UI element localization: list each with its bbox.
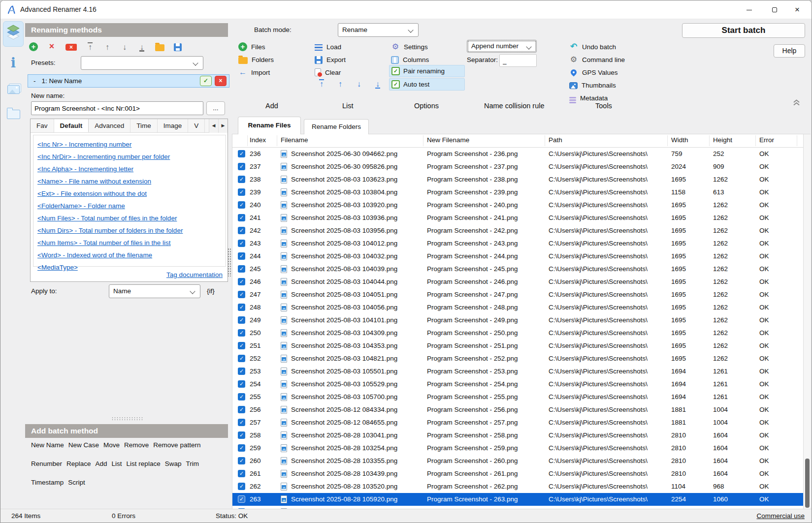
tag-tab[interactable]: Time [130,119,158,132]
tag-link[interactable]: <Ext> - File extension without the dot [37,187,226,200]
sidebar-info-button[interactable]: i [4,56,22,72]
table-row[interactable]: 240 Screenshot 2025-08-03 103920.png Pro… [232,199,803,212]
batch-method-link[interactable]: Script [68,479,85,486]
start-batch-button[interactable]: Start batch [682,23,805,38]
help-button[interactable]: Help [774,44,805,58]
license-link[interactable]: Commercial use [756,509,805,523]
tag-link[interactable]: <FolderName> - Folder name [37,200,226,212]
batch-method-link[interactable]: List replace [127,460,161,467]
auto-test-toggle[interactable]: Auto test [389,78,465,91]
batch-method-link[interactable]: Remove [124,441,149,449]
move-method-up-button[interactable] [103,42,111,52]
table-row[interactable]: 261 Screenshot 2025-08-28 103439.png Pro… [232,467,803,480]
table-row[interactable]: 262 Screenshot 2025-08-28 103520.png Pro… [232,480,803,493]
sidebar-folders-button[interactable] [4,106,22,123]
table-row[interactable]: 249 Screenshot 2025-08-03 104101.png Pro… [232,314,803,327]
column-header-new-filename[interactable]: New Filename [427,136,469,144]
row-checkbox[interactable] [238,470,245,477]
tag-link[interactable]: <Num Files> - Total number of files in t… [37,212,226,224]
close-button[interactable]: × [786,0,809,19]
batch-method-link[interactable]: Move [103,441,120,449]
table-row[interactable]: 242 Screenshot 2025-08-03 103956.png Pro… [232,224,803,237]
row-checkbox[interactable] [238,342,245,349]
tag-link[interactable]: <Inc Alpha> - Incrementing letter [37,163,226,175]
move-file-down-button[interactable] [355,79,363,89]
table-row[interactable]: 236 Screenshot 2025-06-30 094662.png Pro… [232,148,803,160]
load-button[interactable]: Load [315,40,346,53]
row-checkbox[interactable] [238,214,245,221]
move-method-bottom-button[interactable] [138,42,146,52]
table-row[interactable]: 245 Screenshot 2025-08-03 104039.png Pro… [232,263,803,276]
apply-to-select[interactable]: Name [109,284,200,298]
pair-renaming-toggle[interactable]: Pair renaming [389,65,465,77]
row-checkbox[interactable] [238,316,245,324]
table-row[interactable]: 244 Screenshot 2025-08-03 104032.png Pro… [232,250,803,263]
row-checkbox[interactable] [238,304,245,311]
table-row[interactable]: 239 Screenshot 2025-08-03 103804.png Pro… [232,186,803,199]
table-row[interactable]: 251 Screenshot 2025-08-03 104353.png Pro… [232,339,803,352]
column-header-height[interactable]: Height [713,136,732,144]
move-method-down-button[interactable] [121,42,129,52]
tag-tab[interactable]: V [188,119,205,132]
columns-button[interactable]: Columns [391,53,429,66]
column-header-path[interactable]: Path [549,136,562,144]
tag-link[interactable]: <Inc Nr> - Incrementing number [37,138,226,151]
if-condition-button[interactable]: {if} [207,287,215,295]
batch-method-link[interactable]: Renumber [31,460,62,467]
table-row[interactable]: 257 Screenshot 2025-08-12 084655.png Pro… [232,416,803,429]
tab-rename-folders[interactable]: Rename Folders [304,119,369,134]
row-checkbox[interactable] [238,431,245,439]
table-row[interactable]: 243 Screenshot 2025-08-03 104012.png Pro… [232,237,803,250]
table-row[interactable]: 238 Screenshot 2025-08-03 103623.png Pro… [232,173,803,186]
table-row[interactable]: 241 Screenshot 2025-08-03 103936.png Pro… [232,212,803,224]
thumbnails-button[interactable]: Thumbnails [569,79,625,92]
batch-method-link[interactable]: Replace [66,460,91,467]
row-checkbox[interactable] [238,444,245,452]
table-row[interactable]: 246 Screenshot 2025-08-03 104044.png Pro… [232,276,803,288]
table-row[interactable]: 258 Screenshot 2025-08-28 103041.png Pro… [232,429,803,442]
tab-rename-files[interactable]: Rename Files [238,117,301,134]
separator-input[interactable] [499,54,537,67]
tab-scroll-right-icon[interactable]: ▶ [218,119,227,133]
delete-method-button[interactable] [47,42,56,51]
sidebar-methods-button[interactable] [4,24,22,40]
minimize-button[interactable] [738,0,760,19]
batch-method-link[interactable]: New Case [68,441,99,449]
tag-link[interactable]: <Num Dirs> - Total number of folders in … [37,224,226,237]
method-collapse-toggle[interactable]: - [33,77,36,85]
sidebar-images-button[interactable] [4,81,22,98]
table-row[interactable]: 259 Screenshot 2025-08-28 103254.png Pro… [232,442,803,455]
tag-link[interactable]: <Num Items> - Total number of files in t… [37,237,226,249]
table-row[interactable]: 248 Screenshot 2025-08-03 104056.png Pro… [232,301,803,314]
table-row[interactable]: 252 Screenshot 2025-08-03 104821.png Pro… [232,352,803,365]
column-header-error[interactable]: Error [759,136,774,144]
browse-tags-button[interactable]: ... [206,101,225,115]
tag-tab[interactable]: Image [158,119,189,132]
tag-link[interactable]: <Word> - Indexed word of the filename [37,249,226,261]
table-row[interactable]: 263 Screenshot 2025-08-28 105920.png Pro… [232,493,803,506]
move-file-bottom-button[interactable] [374,79,382,89]
new-name-input[interactable] [31,101,203,115]
row-checkbox[interactable] [238,201,245,209]
save-methods-button[interactable] [174,43,182,51]
column-header-width[interactable]: Width [671,136,688,144]
add-files-button[interactable]: Files [238,40,274,53]
scrollbar-thumb[interactable] [805,459,810,508]
open-methods-button[interactable] [155,44,164,51]
name-collision-rule-select[interactable]: Append number [467,40,537,53]
export-button[interactable]: Export [315,53,346,66]
table-row[interactable]: 256 Screenshot 2025-08-12 084334.png Pro… [232,403,803,416]
tag-tab[interactable]: Default [54,119,89,132]
move-file-up-button[interactable] [336,79,344,89]
batch-method-link[interactable]: Add [96,460,107,467]
clear-methods-button[interactable] [65,44,77,51]
gps-values-button[interactable]: GPS Values [569,66,625,79]
row-checkbox[interactable] [238,495,245,503]
tag-link[interactable]: <Inc NrDir> - Incrementing number per fo… [37,151,226,163]
row-checkbox[interactable] [238,240,245,247]
import-button[interactable]: Import [238,66,274,79]
batch-method-link[interactable]: Swap [165,460,182,467]
column-header-filename[interactable]: Filename [281,136,308,144]
row-checkbox[interactable] [238,163,245,170]
row-checkbox[interactable] [238,252,245,260]
